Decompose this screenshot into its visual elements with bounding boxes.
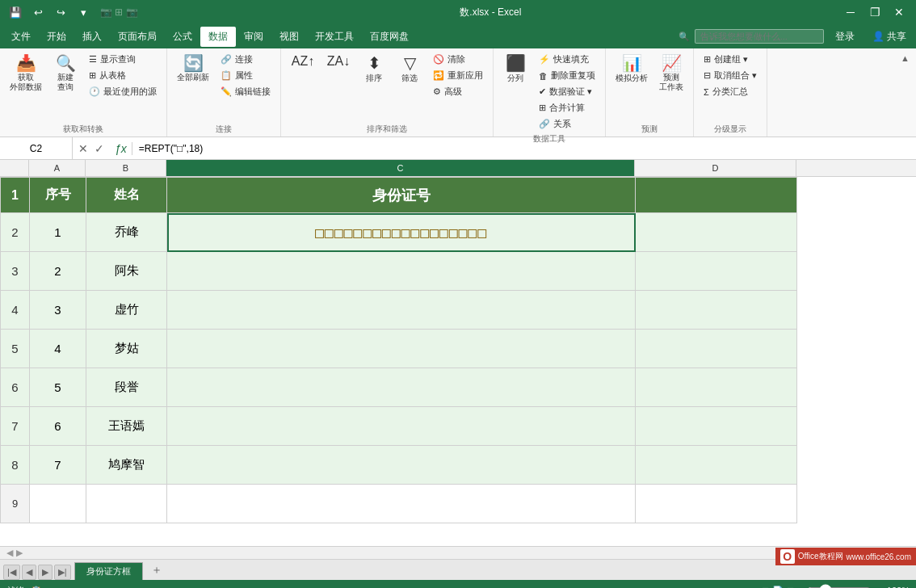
cell-D9[interactable] [636,485,797,523]
cell-A2[interactable]: 1 [30,213,86,252]
cell-D8[interactable] [636,446,797,485]
sort-asc-button[interactable]: AZ↑ [286,52,320,73]
add-sheet-button[interactable]: ＋ [145,561,169,580]
consolidate-button[interactable]: ⊞ 合并计算 [534,100,600,116]
col-header-A[interactable]: A [29,160,86,176]
row-header-8[interactable]: 8 [1,446,30,485]
cell-D1[interactable] [636,178,797,213]
menu-view[interactable]: 视图 [271,27,307,47]
advanced-button[interactable]: ⚙ 高级 [428,84,488,99]
cell-B3[interactable]: 阿朱 [86,252,167,291]
scroll-left-icon[interactable]: ◀ [6,548,13,558]
cell-B1[interactable]: 姓名 [86,178,167,213]
cell-D5[interactable] [636,330,797,368]
menu-formula[interactable]: 公式 [165,27,200,47]
cell-A1[interactable]: 序号 [30,178,86,213]
row-header-2[interactable]: 2 [1,213,30,252]
cell-D7[interactable] [636,407,797,446]
col-header-D[interactable]: D [635,160,796,176]
cell-D6[interactable] [636,368,797,407]
filter-button[interactable]: ▽ 筛选 [393,52,426,87]
confirm-formula-button[interactable]: ✓ [92,142,107,155]
cell-A8[interactable]: 7 [30,446,86,485]
ribbon-collapse-button[interactable]: ▲ [897,52,913,65]
cell-C5[interactable] [167,330,636,368]
show-query-button[interactable]: ☰ 显示查询 [84,52,162,67]
cell-B4[interactable]: 虚竹 [86,291,167,330]
menu-review[interactable]: 审阅 [236,27,271,47]
flash-fill-button[interactable]: ⚡ 快速填充 [534,52,600,67]
cell-A3[interactable]: 2 [30,252,86,291]
sort-desc-button[interactable]: ZA↓ [321,52,355,73]
login-button[interactable]: 登录 [829,27,861,47]
relationships-button[interactable]: 🔗 关系 [534,116,600,132]
col-header-B[interactable]: B [86,160,166,176]
menu-layout[interactable]: 页面布局 [110,27,165,47]
menu-file[interactable]: 文件 [3,27,39,47]
properties-button[interactable]: 📋 属性 [216,68,275,83]
cell-D2[interactable] [636,213,797,252]
redo-button[interactable]: ↪ [52,3,69,21]
customize-button[interactable]: ▾ [74,3,92,21]
group-button[interactable]: ⊞ 创建组 ▾ [699,52,762,67]
row-header-5[interactable]: 5 [1,330,30,368]
row-header-9[interactable]: 9 [1,485,30,523]
cell-B6[interactable]: 段誉 [86,368,167,407]
sheet-tab-idbox[interactable]: 身份证方框 [74,562,143,580]
menu-dev[interactable]: 开发工具 [307,27,362,47]
name-box[interactable]: C2 [0,137,73,159]
zoom-in-icon[interactable]: ＋ [875,585,884,589]
sort-button[interactable]: ⬍ 排序 [357,52,391,87]
menu-data[interactable]: 数据 [200,27,236,47]
reapply-button[interactable]: 🔁 重新应用 [428,68,488,83]
tab-first-button[interactable]: |◀ [3,565,20,580]
minimize-button[interactable]: ─ [840,4,861,20]
view-normal-icon[interactable]: ⊞ [762,586,769,589]
cell-D3[interactable] [636,252,797,291]
get-external-data-button[interactable]: 📥 获取外部数据 [5,52,47,95]
cell-B2[interactable]: 乔峰 [86,213,167,252]
undo-button[interactable]: ↩ [29,3,47,21]
connections-button[interactable]: 🔗 连接 [216,52,275,67]
view-break-icon[interactable]: ⊟ [787,586,794,589]
tab-next-button[interactable]: ▶ [38,565,53,580]
what-if-button[interactable]: 📊 模拟分析 [611,52,653,87]
cell-A9[interactable] [30,485,86,523]
view-layout-icon[interactable]: 📄 [772,586,784,589]
row-header-3[interactable]: 3 [1,252,30,291]
scroll-right-icon[interactable]: ▶ [16,548,23,558]
split-column-button[interactable]: ⬛ 分列 [498,52,532,87]
cell-C9[interactable] [167,485,636,523]
cell-A5[interactable]: 4 [30,330,86,368]
share-button[interactable]: 👤 共享 [866,27,913,47]
save-button[interactable]: 💾 [6,3,24,21]
row-header-1[interactable]: 1 [1,178,30,213]
menu-home[interactable]: 开始 [39,27,74,47]
subtotal-button[interactable]: Σ 分类汇总 [699,84,762,99]
cell-C6[interactable] [167,368,636,407]
cell-B7[interactable]: 王语嫣 [86,407,167,446]
cell-A4[interactable]: 3 [30,291,86,330]
cell-C2[interactable]: □□□□□□□□□□□□□□□□□□ [167,213,636,252]
row-header-7[interactable]: 7 [1,407,30,446]
cell-B9[interactable] [86,485,167,523]
cell-B8[interactable]: 鸠摩智 [86,446,167,485]
recent-sources-button[interactable]: 🕐 最近使用的源 [84,84,162,99]
close-button[interactable]: ✕ [889,4,910,20]
cell-A7[interactable]: 6 [30,407,86,446]
clear-button[interactable]: 🚫 清除 [428,52,488,67]
cancel-formula-button[interactable]: ✕ [76,142,90,155]
forecast-sheet-button[interactable]: 📈 预测工作表 [654,52,688,95]
row-header-4[interactable]: 4 [1,291,30,330]
search-input[interactable] [695,29,824,44]
new-query-button[interactable]: 🔍 新建查询 [48,52,82,95]
refresh-all-button[interactable]: 🔄 全部刷新 [172,52,214,86]
cell-C7[interactable] [167,407,636,446]
cell-B5[interactable]: 梦姑 [86,330,167,368]
cell-A6[interactable]: 5 [30,368,86,407]
remove-duplicates-button[interactable]: 🗑 删除重复项 [534,68,600,83]
menu-insert[interactable]: 插入 [74,27,110,47]
row-header-6[interactable]: 6 [1,368,30,407]
formula-input[interactable]: =REPT("□",18) [132,143,916,154]
tab-last-button[interactable]: ▶| [54,565,71,580]
